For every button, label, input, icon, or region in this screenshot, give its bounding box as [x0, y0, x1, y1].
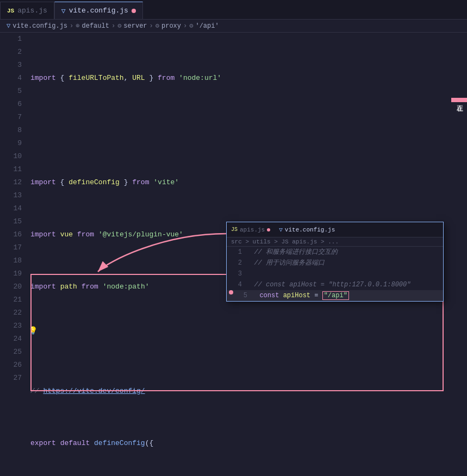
code-line-8: export default defineConfig({ — [30, 437, 463, 450]
popup-line-4: 4 // const apiHost = "http:127.0.0.1:800… — [227, 279, 443, 290]
js-icon: JS — [7, 8, 14, 14]
breadcrumb-icon4: ⚙ — [189, 22, 193, 30]
popup-breadcrumb-text: src > utils > JS apis.js > ... — [231, 239, 339, 245]
popup-line-2: 2 // 用于访问服务器端口 — [227, 258, 443, 268]
popup-vite-icon: ▽ — [279, 226, 283, 233]
popup-line-1: 1 // 和服务端进行接口交互的 — [227, 247, 443, 258]
popup-tab-vite[interactable]: ▽ vite.config.js — [279, 226, 335, 233]
modified-dot — [132, 9, 136, 13]
tab-vite-label: vite.config.js — [69, 7, 128, 15]
code-line-1: import { fileURLToPath, URL } from 'node… — [30, 72, 463, 85]
breadcrumb-icon1: ⊕ — [76, 22, 79, 30]
popup-breadcrumb: src > utils > JS apis.js > ... — [227, 237, 443, 247]
breadcrumb-proxy: proxy — [161, 22, 181, 30]
tab-apis-label: apis.js — [17, 7, 47, 15]
breadcrumb-default: default — [82, 22, 109, 30]
tab-vite-config[interactable]: ▽ vite.config.js — [54, 2, 143, 19]
popup-apis-label: apis.js — [240, 227, 265, 233]
editor: 1 2 3 4 5 6 7 8 9 10 11 12 13 14 15 16 1… — [0, 33, 467, 476]
breadcrumb-api: '/api' — [195, 22, 219, 30]
code-line-3: import { defineConfig } from 'vite' — [30, 176, 463, 189]
popup-tooltip: JS apis.js ▽ vite.config.js src > utils … — [226, 222, 444, 302]
popup-vite-label: vite.config.js — [285, 227, 335, 233]
popup-tab-bar: JS apis.js ▽ vite.config.js — [227, 222, 443, 237]
right-annotation: 正在 — [451, 98, 467, 102]
code-line-6 — [30, 333, 463, 346]
vite-breadcrumb-icon: ▽ — [7, 22, 10, 30]
popup-tab-apis[interactable]: JS apis.js — [231, 227, 270, 233]
breadcrumb: ▽ vite.config.js › ⊕ default › ⚙ server … — [0, 20, 467, 33]
popup-apis-dot — [267, 228, 270, 231]
breadcrumb-icon3: ⚙ — [155, 22, 159, 30]
tab-bar: JS apis.js ▽ vite.config.js — [0, 0, 467, 20]
breadcrumb-file: vite.config.js — [13, 22, 67, 30]
vite-icon: ▽ — [61, 7, 66, 15]
line-numbers: 1 2 3 4 5 6 7 8 9 10 11 12 13 14 15 16 1… — [0, 33, 26, 476]
lightbulb-icon[interactable]: 💡 — [28, 326, 38, 335]
code-line-2 — [30, 124, 463, 137]
popup-line-5: 5 const apiHost = "/api" — [227, 290, 443, 301]
breadcrumb-icon2: ⚙ — [117, 22, 121, 30]
popup-line-3: 3 — [227, 268, 443, 279]
breadcrumb-server: server — [123, 22, 147, 30]
popup-js-icon: JS — [231, 227, 238, 233]
code-line-7: // https://vite.dev/config/ — [30, 385, 463, 398]
popup-breakpoint-dot — [229, 290, 233, 295]
tab-apis-js[interactable]: JS apis.js — [0, 2, 54, 19]
